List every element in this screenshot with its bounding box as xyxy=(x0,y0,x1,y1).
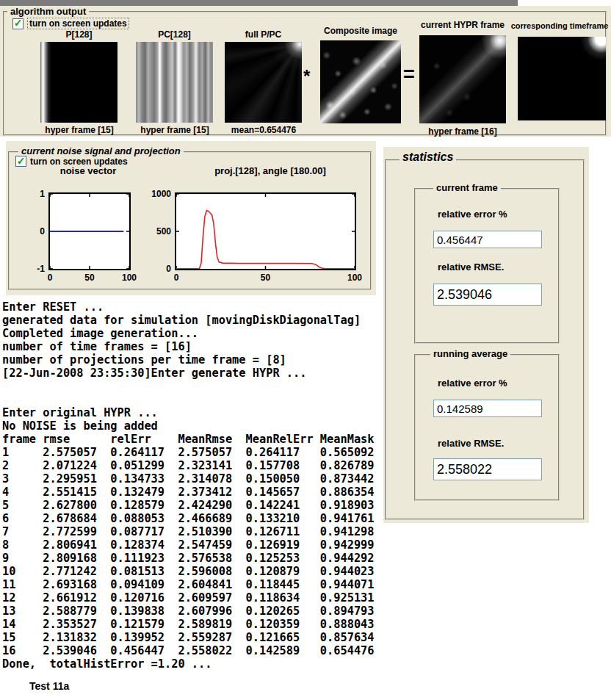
image-full-ppc xyxy=(225,42,302,123)
x-tick-label: 100 xyxy=(122,273,137,283)
checkbox-box: ✓ xyxy=(15,156,26,167)
console-output: Enter RESET ... generated data for simul… xyxy=(2,300,375,671)
image-composite xyxy=(320,40,401,123)
relative-error-field[interactable] xyxy=(433,231,542,248)
image-caption-pc: hyper frame [15] xyxy=(127,125,223,135)
y-tick-label: 1 xyxy=(40,189,45,199)
image-caption-hypr: hyper frame [16] xyxy=(412,126,513,137)
figure-window: algorithm output ✓ turn on screen update… xyxy=(0,0,611,700)
current-frame-title: current frame xyxy=(433,182,501,193)
window-top-strip xyxy=(0,0,518,6)
noise-vector-plot-title: noise vector xyxy=(37,165,140,176)
image-title-timeframe: corresponding timeframe xyxy=(508,21,611,30)
x-tick-label: 100 xyxy=(347,273,362,283)
image-p xyxy=(40,42,118,123)
projection-plot: 05010010005000 xyxy=(175,192,356,270)
test-label: Test 11a xyxy=(29,680,69,692)
x-tick-label: 50 xyxy=(84,273,94,283)
running-average-group: running average relative error % relativ… xyxy=(414,354,560,501)
y-tick-label: 0 xyxy=(40,226,45,237)
check-icon: ✓ xyxy=(14,19,23,26)
x-tick-label: 0 xyxy=(174,273,179,283)
current-frame-group: current frame relative error % relative … xyxy=(414,188,560,344)
y-tick-label: 1000 xyxy=(151,189,171,199)
projection-plot-title: proj.[128], angle [180.00] xyxy=(171,165,369,176)
noise-projection-panel: current noise signal and projection ✓ tu… xyxy=(6,141,376,295)
image-pc xyxy=(136,42,213,123)
running-relative-error-field[interactable] xyxy=(433,400,542,417)
check-icon: ✓ xyxy=(17,157,26,165)
relative-error-label: relative error % xyxy=(438,378,507,389)
image-caption-full-ppc: mean=0.654476 xyxy=(216,125,311,135)
screen-updates-checkbox[interactable]: ✓ turn on screen updates xyxy=(12,18,129,29)
y-tick-label: 500 xyxy=(156,226,171,237)
image-title-composite: Composite image xyxy=(308,26,413,36)
image-title-p: P[128] xyxy=(40,29,118,40)
running-relative-rmse-field[interactable] xyxy=(433,458,542,480)
checkbox-box: ✓ xyxy=(12,18,24,29)
relative-error-label: relative error % xyxy=(438,209,507,220)
image-corresponding-timeframe xyxy=(518,37,606,120)
multiply-operator: * xyxy=(303,66,310,87)
image-current-hypr-frame xyxy=(419,35,506,123)
noise-vector-plot: 05010010-1 xyxy=(48,192,131,270)
checkbox-label: turn on screen updates xyxy=(27,18,129,29)
y-tick-label: -1 xyxy=(37,264,45,274)
image-title-hypr: current HYPR frame xyxy=(411,20,514,30)
statistics-title: statistics xyxy=(400,151,456,164)
statistics-panel: statistics current frame relative error … xyxy=(383,147,589,523)
relative-rmse-field[interactable] xyxy=(433,284,542,306)
equals-operator: = xyxy=(403,63,415,86)
relative-rmse-label: relative RMSE. xyxy=(438,438,504,449)
image-title-full-ppc: full P/PC xyxy=(225,29,302,40)
relative-rmse-label: relative RMSE. xyxy=(438,261,504,273)
x-tick-label: 0 xyxy=(48,273,53,283)
algorithm-output-panel: algorithm output ✓ turn on screen update… xyxy=(0,6,611,137)
y-tick-label: 0 xyxy=(166,264,171,274)
algorithm-output-title: algorithm output xyxy=(7,6,89,17)
image-caption-p: hyper frame [15] xyxy=(32,125,127,135)
image-title-pc: PC[128] xyxy=(136,29,213,40)
x-tick-label: 50 xyxy=(261,273,270,283)
noise-projection-title: current noise signal and projection xyxy=(18,145,184,156)
running-average-title: running average xyxy=(430,348,510,359)
